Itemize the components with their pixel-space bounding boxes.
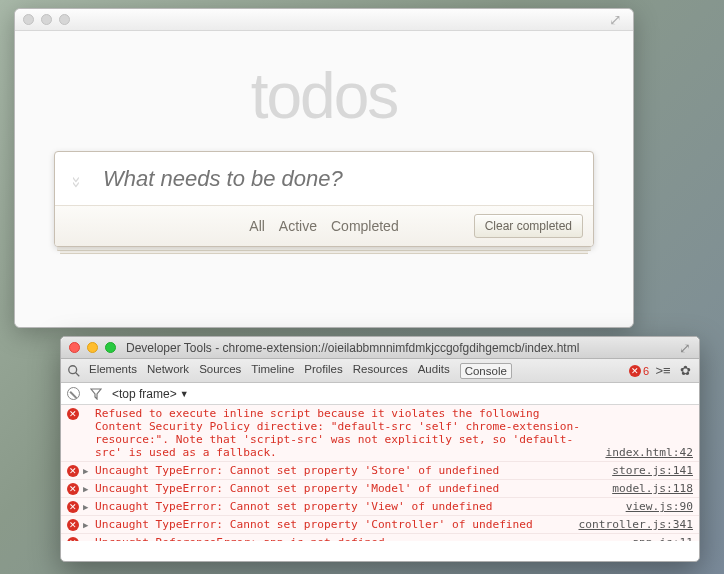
- error-message: Uncaught TypeError: Cannot set property …: [95, 464, 604, 477]
- error-icon: ✕: [629, 365, 641, 377]
- filter-all[interactable]: All: [249, 218, 265, 234]
- tab-console[interactable]: Console: [460, 363, 512, 379]
- chevron-down-icon: »: [68, 175, 86, 181]
- expand-triangle-icon[interactable]: ▶: [83, 464, 95, 476]
- filters-row: All Active Completed Clear completed: [55, 206, 593, 246]
- fullscreen-icon[interactable]: ⤢: [609, 13, 623, 27]
- devtools-window-title: Developer Tools - chrome-extension://oie…: [126, 341, 673, 355]
- close-dot[interactable]: [23, 14, 34, 25]
- traffic-lights: [23, 14, 70, 25]
- clear-console-icon[interactable]: [67, 387, 80, 400]
- tab-resources[interactable]: Resources: [353, 363, 408, 379]
- expand-triangle-icon[interactable]: ▶: [83, 536, 95, 541]
- error-source-link[interactable]: model.js:118: [604, 482, 693, 495]
- zoom-dot[interactable]: [59, 14, 70, 25]
- app-window: ⤢ todos » All Active Completed Clear com…: [14, 8, 634, 328]
- error-source-link[interactable]: index.html:42: [597, 446, 693, 459]
- new-todo-input[interactable]: [99, 166, 593, 192]
- error-source-link[interactable]: app.js:11: [624, 536, 693, 541]
- traffic-lights: [69, 342, 116, 353]
- console-error-row: ✕ ▶ Uncaught ReferenceError: app is not …: [61, 534, 699, 541]
- tab-elements[interactable]: Elements: [89, 363, 137, 379]
- expand-triangle-icon[interactable]: ▶: [83, 518, 95, 530]
- clear-completed-button[interactable]: Clear completed: [474, 214, 583, 238]
- error-message: Uncaught TypeError: Cannot set property …: [95, 482, 604, 495]
- console-output: ✕ Refused to execute inline script becau…: [61, 405, 699, 541]
- fullscreen-icon[interactable]: ⤢: [679, 340, 691, 356]
- filters: All Active Completed: [249, 218, 398, 234]
- toggle-all-button[interactable]: »: [55, 166, 99, 192]
- error-icon: ✕: [67, 465, 79, 477]
- app-title: todos: [15, 59, 633, 133]
- toggle-drawer-icon[interactable]: >≡: [655, 363, 671, 378]
- tab-sources[interactable]: Sources: [199, 363, 241, 379]
- app-titlebar[interactable]: ⤢: [15, 9, 633, 31]
- console-error-row: ✕ ▶ Uncaught TypeError: Cannot set prope…: [61, 516, 699, 534]
- expand-triangle-icon: [83, 407, 95, 409]
- app-body: todos » All Active Completed Clear compl…: [15, 31, 633, 327]
- error-icon: ✕: [67, 483, 79, 495]
- console-error-row: ✕ Refused to execute inline script becau…: [61, 405, 699, 462]
- todo-input-row: »: [55, 152, 593, 206]
- svg-point-0: [69, 365, 77, 373]
- devtools-titlebar[interactable]: Developer Tools - chrome-extension://oie…: [61, 337, 699, 359]
- error-count-badge[interactable]: ✕ 6: [629, 365, 649, 377]
- settings-gear-icon[interactable]: ✿: [677, 363, 693, 378]
- error-icon: ✕: [67, 537, 79, 541]
- tab-audits[interactable]: Audits: [418, 363, 450, 379]
- error-count: 6: [643, 365, 649, 377]
- error-source-link[interactable]: controller.js:341: [570, 518, 693, 531]
- console-subtoolbar: <top frame> ▼: [61, 383, 699, 405]
- minimize-button[interactable]: [87, 342, 98, 353]
- console-error-row: ✕ ▶ Uncaught TypeError: Cannot set prope…: [61, 480, 699, 498]
- error-message: Refused to execute inline script because…: [95, 407, 597, 459]
- console-error-row: ✕ ▶ Uncaught TypeError: Cannot set prope…: [61, 498, 699, 516]
- close-button[interactable]: [69, 342, 80, 353]
- svg-line-1: [76, 372, 80, 376]
- tab-network[interactable]: Network: [147, 363, 189, 379]
- expand-triangle-icon[interactable]: ▶: [83, 482, 95, 494]
- error-icon: ✕: [67, 501, 79, 513]
- filter-icon[interactable]: [90, 388, 102, 400]
- error-message: Uncaught TypeError: Cannot set property …: [95, 500, 618, 513]
- minimize-dot[interactable]: [41, 14, 52, 25]
- error-source-link[interactable]: view.js:90: [618, 500, 693, 513]
- devtools-toolbar: Elements Network Sources Timeline Profil…: [61, 359, 699, 383]
- todo-card: » All Active Completed Clear completed: [54, 151, 594, 247]
- frame-selector[interactable]: <top frame> ▼: [112, 387, 189, 401]
- dropdown-triangle-icon: ▼: [180, 389, 189, 399]
- error-icon: ✕: [67, 519, 79, 531]
- search-icon[interactable]: [67, 364, 81, 378]
- tab-timeline[interactable]: Timeline: [251, 363, 294, 379]
- error-source-link[interactable]: store.js:141: [604, 464, 693, 477]
- tab-profiles[interactable]: Profiles: [304, 363, 342, 379]
- filter-active[interactable]: Active: [279, 218, 317, 234]
- error-message: Uncaught ReferenceError: app is not defi…: [95, 536, 624, 541]
- expand-triangle-icon[interactable]: ▶: [83, 500, 95, 512]
- error-icon: ✕: [67, 408, 79, 420]
- zoom-button[interactable]: [105, 342, 116, 353]
- console-error-row: ✕ ▶ Uncaught TypeError: Cannot set prope…: [61, 462, 699, 480]
- devtools-tabs: Elements Network Sources Timeline Profil…: [89, 363, 623, 379]
- frame-selector-label: <top frame>: [112, 387, 177, 401]
- error-message: Uncaught TypeError: Cannot set property …: [95, 518, 570, 531]
- devtools-window: Developer Tools - chrome-extension://oie…: [60, 336, 700, 562]
- filter-completed[interactable]: Completed: [331, 218, 399, 234]
